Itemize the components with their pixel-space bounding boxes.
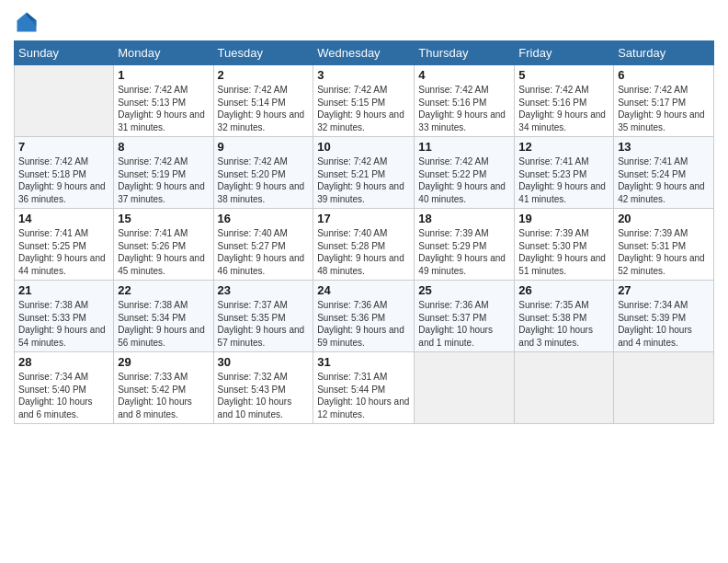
- day-info: Sunrise: 7:42 AMSunset: 5:16 PMDaylight:…: [518, 84, 609, 133]
- calendar-cell: 25Sunrise: 7:36 AMSunset: 5:37 PMDayligh…: [415, 281, 515, 352]
- calendar-cell: 4Sunrise: 7:42 AMSunset: 5:16 PMDaylight…: [415, 65, 515, 137]
- day-number: 8: [118, 140, 209, 154]
- day-number: 29: [118, 355, 209, 369]
- calendar-cell: 23Sunrise: 7:37 AMSunset: 5:35 PMDayligh…: [213, 281, 313, 352]
- header-day-saturday: Saturday: [614, 41, 714, 65]
- day-number: 7: [18, 140, 109, 154]
- day-number: 21: [18, 283, 109, 297]
- calendar-cell: 21Sunrise: 7:38 AMSunset: 5:33 PMDayligh…: [15, 281, 114, 352]
- calendar-body: 1Sunrise: 7:42 AMSunset: 5:13 PMDaylight…: [15, 65, 714, 424]
- header-day-monday: Monday: [114, 41, 213, 65]
- calendar-cell: 6Sunrise: 7:42 AMSunset: 5:17 PMDaylight…: [614, 65, 714, 137]
- calendar-week-0: 1Sunrise: 7:42 AMSunset: 5:13 PMDaylight…: [15, 65, 714, 137]
- calendar-cell: [515, 352, 614, 424]
- calendar-cell: [415, 352, 515, 424]
- calendar-cell: 3Sunrise: 7:42 AMSunset: 5:15 PMDaylight…: [313, 65, 415, 137]
- calendar-cell: 18Sunrise: 7:39 AMSunset: 5:29 PMDayligh…: [415, 209, 515, 281]
- day-number: 9: [218, 140, 310, 154]
- day-number: 16: [218, 212, 310, 225]
- calendar-cell: 17Sunrise: 7:40 AMSunset: 5:28 PMDayligh…: [313, 209, 415, 281]
- calendar-cell: 14Sunrise: 7:41 AMSunset: 5:25 PMDayligh…: [15, 209, 114, 281]
- calendar-cell: 1Sunrise: 7:42 AMSunset: 5:13 PMDaylight…: [114, 65, 213, 137]
- calendar-cell: [15, 65, 114, 137]
- calendar-cell: 29Sunrise: 7:33 AMSunset: 5:42 PMDayligh…: [114, 352, 213, 424]
- day-number: 26: [518, 283, 609, 297]
- day-number: 20: [618, 212, 710, 225]
- day-info: Sunrise: 7:36 AMSunset: 5:36 PMDaylight:…: [317, 299, 410, 349]
- calendar-cell: 27Sunrise: 7:34 AMSunset: 5:39 PMDayligh…: [614, 281, 714, 352]
- day-number: 2: [218, 68, 310, 82]
- calendar-week-4: 28Sunrise: 7:34 AMSunset: 5:40 PMDayligh…: [15, 352, 714, 424]
- header-day-thursday: Thursday: [415, 41, 515, 65]
- calendar-cell: 22Sunrise: 7:38 AMSunset: 5:34 PMDayligh…: [114, 281, 213, 352]
- day-info: Sunrise: 7:37 AMSunset: 5:35 PMDaylight:…: [218, 299, 310, 349]
- day-number: 24: [317, 283, 410, 297]
- day-info: Sunrise: 7:35 AMSunset: 5:38 PMDaylight:…: [518, 299, 609, 349]
- day-number: 14: [18, 212, 109, 225]
- day-number: 31: [317, 355, 410, 369]
- day-info: Sunrise: 7:34 AMSunset: 5:39 PMDaylight:…: [618, 299, 710, 349]
- day-info: Sunrise: 7:42 AMSunset: 5:17 PMDaylight:…: [618, 84, 710, 133]
- day-info: Sunrise: 7:31 AMSunset: 5:44 PMDaylight:…: [317, 371, 410, 420]
- day-number: 17: [317, 212, 410, 225]
- logo-icon: [14, 9, 40, 35]
- day-info: Sunrise: 7:42 AMSunset: 5:14 PMDaylight:…: [218, 84, 310, 133]
- header-day-wednesday: Wednesday: [313, 41, 415, 65]
- day-info: Sunrise: 7:42 AMSunset: 5:20 PMDaylight:…: [218, 155, 310, 205]
- day-number: 6: [618, 68, 710, 82]
- calendar-cell: 5Sunrise: 7:42 AMSunset: 5:16 PMDaylight…: [515, 65, 614, 137]
- day-number: 19: [518, 212, 609, 225]
- day-info: Sunrise: 7:41 AMSunset: 5:26 PMDaylight:…: [118, 227, 209, 277]
- day-info: Sunrise: 7:39 AMSunset: 5:30 PMDaylight:…: [518, 227, 609, 277]
- day-info: Sunrise: 7:38 AMSunset: 5:34 PMDaylight:…: [118, 299, 209, 349]
- calendar-cell: 13Sunrise: 7:41 AMSunset: 5:24 PMDayligh…: [614, 137, 714, 209]
- day-info: Sunrise: 7:33 AMSunset: 5:42 PMDaylight:…: [118, 371, 209, 420]
- calendar-week-3: 21Sunrise: 7:38 AMSunset: 5:33 PMDayligh…: [15, 281, 714, 352]
- header: [14, 9, 714, 35]
- calendar-table: SundayMondayTuesdayWednesdayThursdayFrid…: [14, 40, 714, 424]
- calendar-cell: [614, 352, 714, 424]
- day-info: Sunrise: 7:41 AMSunset: 5:24 PMDaylight:…: [618, 155, 710, 205]
- day-number: 30: [218, 355, 310, 369]
- calendar-cell: 15Sunrise: 7:41 AMSunset: 5:26 PMDayligh…: [114, 209, 213, 281]
- day-info: Sunrise: 7:42 AMSunset: 5:15 PMDaylight:…: [317, 84, 410, 133]
- day-info: Sunrise: 7:42 AMSunset: 5:22 PMDaylight:…: [418, 155, 510, 205]
- calendar-week-1: 7Sunrise: 7:42 AMSunset: 5:18 PMDaylight…: [15, 137, 714, 209]
- day-info: Sunrise: 7:42 AMSunset: 5:21 PMDaylight:…: [317, 155, 410, 205]
- day-info: Sunrise: 7:42 AMSunset: 5:18 PMDaylight:…: [18, 155, 109, 205]
- day-number: 22: [118, 283, 209, 297]
- header-day-tuesday: Tuesday: [213, 41, 313, 65]
- calendar-cell: 31Sunrise: 7:31 AMSunset: 5:44 PMDayligh…: [313, 352, 415, 424]
- calendar-cell: 28Sunrise: 7:34 AMSunset: 5:40 PMDayligh…: [15, 352, 114, 424]
- day-number: 12: [518, 140, 609, 154]
- day-info: Sunrise: 7:34 AMSunset: 5:40 PMDaylight:…: [18, 371, 109, 420]
- calendar-cell: 16Sunrise: 7:40 AMSunset: 5:27 PMDayligh…: [213, 209, 313, 281]
- day-info: Sunrise: 7:41 AMSunset: 5:25 PMDaylight:…: [18, 227, 109, 277]
- day-info: Sunrise: 7:38 AMSunset: 5:33 PMDaylight:…: [18, 299, 109, 349]
- day-number: 25: [418, 283, 510, 297]
- calendar-cell: 8Sunrise: 7:42 AMSunset: 5:19 PMDaylight…: [114, 137, 213, 209]
- day-info: Sunrise: 7:40 AMSunset: 5:28 PMDaylight:…: [317, 227, 410, 277]
- day-info: Sunrise: 7:42 AMSunset: 5:19 PMDaylight:…: [118, 155, 209, 205]
- header-day-friday: Friday: [515, 41, 614, 65]
- calendar-cell: 24Sunrise: 7:36 AMSunset: 5:36 PMDayligh…: [313, 281, 415, 352]
- calendar-cell: 2Sunrise: 7:42 AMSunset: 5:14 PMDaylight…: [213, 65, 313, 137]
- day-info: Sunrise: 7:41 AMSunset: 5:23 PMDaylight:…: [518, 155, 609, 205]
- day-number: 15: [118, 212, 209, 225]
- header-row: SundayMondayTuesdayWednesdayThursdayFrid…: [15, 41, 714, 65]
- calendar-cell: 19Sunrise: 7:39 AMSunset: 5:30 PMDayligh…: [515, 209, 614, 281]
- day-number: 10: [317, 140, 410, 154]
- day-info: Sunrise: 7:36 AMSunset: 5:37 PMDaylight:…: [418, 299, 510, 349]
- day-number: 18: [418, 212, 510, 225]
- day-number: 1: [118, 68, 209, 82]
- day-info: Sunrise: 7:39 AMSunset: 5:29 PMDaylight:…: [418, 227, 510, 277]
- page: SundayMondayTuesdayWednesdayThursdayFrid…: [0, 0, 728, 563]
- day-number: 23: [218, 283, 310, 297]
- day-number: 13: [618, 140, 710, 154]
- day-info: Sunrise: 7:32 AMSunset: 5:43 PMDaylight:…: [218, 371, 310, 420]
- calendar-week-2: 14Sunrise: 7:41 AMSunset: 5:25 PMDayligh…: [15, 209, 714, 281]
- day-info: Sunrise: 7:42 AMSunset: 5:13 PMDaylight:…: [118, 84, 209, 133]
- calendar-cell: 11Sunrise: 7:42 AMSunset: 5:22 PMDayligh…: [415, 137, 515, 209]
- calendar-cell: 26Sunrise: 7:35 AMSunset: 5:38 PMDayligh…: [515, 281, 614, 352]
- logo: [14, 9, 43, 35]
